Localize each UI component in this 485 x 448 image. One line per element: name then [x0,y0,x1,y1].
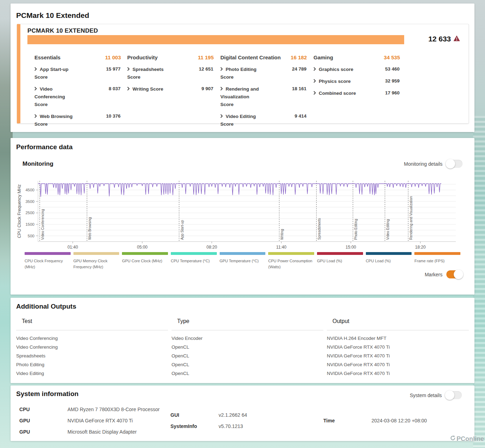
subscore-row[interactable]: Physics score32 959 [313,77,378,85]
monitoring-details-toggle[interactable] [446,160,463,168]
system-details-row: System details [410,391,462,399]
table-cell: Spreadsheets [16,351,168,360]
markers-toggle[interactable] [446,270,463,278]
legend-label: CPU Clock Frequency (MHz) [25,258,71,270]
legend-item[interactable]: CPU Temperature (°C) [171,252,217,270]
x-tick-label: 05:00 [137,245,148,250]
chevron-right-icon [34,85,37,92]
legend-item[interactable]: GPU Temperature (°C) [220,252,266,270]
table-row: SpreadsheetsOpenCLNVIDIA GeForce RTX 407… [16,351,469,360]
pconline-text: PConline [457,435,484,443]
subscore-row[interactable]: Video Editing Score9 414 [220,112,285,128]
test-marker-label: Web Browsing [88,217,92,240]
subscore-row[interactable]: App Start-up Score15 977 [34,65,99,81]
subscore-row[interactable]: Rendering and Visualization Score18 161 [220,85,285,108]
legend-item[interactable]: GPU Core Clock (MHz) [122,252,168,270]
system-information-heading: System information [16,390,78,398]
table-cell: OpenCL [172,343,323,351]
group-score: 34 535 [384,54,400,60]
legend-color-bar [171,252,217,255]
background-photo-right [473,116,485,448]
cpu-clock-series [38,184,441,197]
system-info-value: v5.70.1213 [219,423,243,430]
total-score: 12 633 [428,35,451,43]
legend-label: Frame rate (FPS) [414,258,460,264]
chevron-right-icon [313,65,316,73]
test-marker-label: Writing [280,229,284,240]
column-header-output: Output [327,316,469,330]
chevron-right-icon [220,85,223,92]
system-info-label: GUI [170,411,219,419]
table-row: Photo EditingOpenCLNVIDIA GeForce RTX 40… [16,360,469,369]
score-group-gaming: Gaming34 535Graphics score53 460Physics … [313,54,400,97]
subscore-label: Video Conferencing Score [34,86,65,107]
subscore-row[interactable]: Spreadsheets Score12 651 [127,65,192,81]
table-cell: Video Editing [16,369,168,378]
legend-color-bar [268,252,314,255]
subscore-row[interactable]: Web Browsing Score10 376 [34,112,99,128]
system-info-value: 2024-03-08 12:20 +08:00 [371,417,427,424]
subscore-row[interactable]: Graphics score53 460 [313,65,378,73]
test-marker-label: Video Conferencing [41,209,45,240]
subscore-row[interactable]: Combined score17 960 [313,89,378,97]
system-details-toggle[interactable] [446,391,462,399]
subscore-row[interactable]: Writing Score9 907 [127,85,192,93]
subscore-label: Photo Editing Score [220,67,257,80]
subscore-value: 17 960 [378,89,400,97]
chevron-right-icon [313,89,316,97]
table-body: Video ConferencingVideo EncoderNVIDIA H.… [16,334,469,378]
monitoring-heading: Monitoring [22,160,53,167]
legend-item[interactable]: CPU Power Consumption (Watts) [268,252,314,270]
system-info-row: GUIv2.1.2662 64 [170,411,311,419]
chevron-right-icon [34,112,37,120]
system-info-column-1: CPUAMD Ryzen 7 7800X3D 8-Core ProcessorG… [19,406,163,440]
group-score: 11 003 [105,54,121,60]
page: PCMark 10 Extended PCMARK 10 EXTENDED 12… [0,0,485,448]
y-tick-label: 500 [28,234,34,238]
markers-row: Markers [425,270,463,278]
table-cell: NVIDIA GeForce RTX 4070 Ti [327,360,469,369]
subscore-label: Spreadsheets Score [127,67,164,80]
subscore-value: 18 161 [285,85,307,92]
warning-icon[interactable] [453,35,460,43]
subscore-value: 32 959 [378,77,400,85]
test-marker-label: Spreadsheets [317,218,321,240]
legend-label: GPU Load (%) [317,258,363,264]
subscore-label: Physics score [319,79,351,84]
score-group-digital-content-creation: Digital Content Creation16 182Photo Edit… [220,54,307,128]
subscore-value: 53 460 [378,65,400,73]
legend-item[interactable]: CPU Load (%) [366,252,412,270]
group-header: Productivity11 195 [127,54,214,61]
result-section: PCMark 10 Extended PCMARK 10 EXTENDED 12… [11,4,474,132]
x-tick-label: 11:40 [276,245,286,250]
table-cell: Video Conferencing [16,343,168,351]
table-row: Video EditingOpenCLNVIDIA GeForce RTX 40… [16,369,469,378]
page-title: PCMark 10 Extended [16,11,89,20]
system-info-value: Microsoft Basic Display Adapter [67,428,137,436]
toggle-knob [446,159,455,169]
legend-color-bar [414,252,460,255]
legend-item[interactable]: CPU Clock Frequency (MHz) [25,252,71,270]
legend-color-bar [25,252,71,255]
subscore-value: 10 376 [99,112,121,120]
pconline-logo-icon [450,435,456,443]
table-row: Video ConferencingOpenCLNVIDIA GeForce R… [16,343,469,351]
group-name: Digital Content Creation [220,54,281,61]
additional-outputs-heading: Additional Outputs [16,303,76,310]
monitoring-chart[interactable]: 5001500250035004500CPU Clock Frequency M… [16,177,463,250]
y-tick-label: 4500 [25,188,34,192]
legend-item[interactable]: Frame rate (FPS) [414,252,460,270]
legend-item[interactable]: GPU Memory Clock Frequency (MHz) [73,252,119,270]
chevron-right-icon [127,85,130,92]
test-marker-label: App Start-up [180,220,184,240]
chevron-right-icon [220,65,223,73]
chevron-right-icon [313,77,316,85]
system-info-value: AMD Ryzen 7 7800X3D 8-Core Processor [67,406,160,413]
test-marker-label: Photo Editing [354,219,358,240]
monitoring-details-row: Monitoring details [404,160,463,168]
subscore-row[interactable]: Photo Editing Score24 789 [220,65,285,81]
subscore-value: 9 907 [192,85,214,92]
legend-label: CPU Power Consumption (Watts) [268,258,314,270]
legend-item[interactable]: GPU Load (%) [317,252,363,270]
subscore-row[interactable]: Video Conferencing Score8 037 [34,85,99,108]
